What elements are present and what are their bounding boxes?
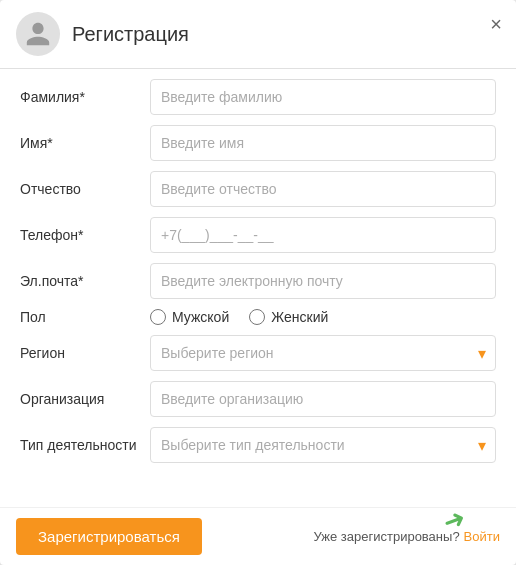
female-radio-label[interactable]: Женский [249, 309, 328, 325]
male-radio[interactable] [150, 309, 166, 325]
male-radio-label[interactable]: Мужской [150, 309, 229, 325]
first-name-row: Имя* [20, 125, 496, 161]
gender-radio-group: Мужской Женский [150, 309, 496, 325]
gender-label: Пол [20, 309, 150, 325]
registration-modal: Регистрация × Фамилия* Имя* Отчество Тел… [0, 0, 516, 565]
activity-type-row: Тип деятельности Выберите тип деятельнос… [20, 427, 496, 463]
register-button[interactable]: Зарегистрироваться [16, 518, 202, 555]
login-link[interactable]: Войти [464, 529, 500, 544]
close-button[interactable]: × [490, 14, 502, 34]
last-name-input[interactable] [150, 79, 496, 115]
organization-row: Организация [20, 381, 496, 417]
organization-input[interactable] [150, 381, 496, 417]
gender-row: Пол Мужской Женский [20, 309, 496, 325]
phone-input[interactable] [150, 217, 496, 253]
email-input[interactable] [150, 263, 496, 299]
email-row: Эл.почта* [20, 263, 496, 299]
male-radio-text: Мужской [172, 309, 229, 325]
user-icon [24, 20, 52, 48]
phone-row: Телефон* [20, 217, 496, 253]
first-name-label: Имя* [20, 135, 150, 151]
middle-name-input[interactable] [150, 171, 496, 207]
region-select[interactable]: Выберите регион [150, 335, 496, 371]
phone-label: Телефон* [20, 227, 150, 243]
region-label: Регион [20, 345, 150, 361]
modal-footer: Зарегистрироваться ➜ ➜ Уже зарегистриров… [0, 507, 516, 565]
email-label: Эл.почта* [20, 273, 150, 289]
organization-label: Организация [20, 391, 150, 407]
middle-name-label: Отчество [20, 181, 150, 197]
already-registered-text: Уже зарегистрированы? [313, 529, 459, 544]
modal-header: Регистрация × [0, 0, 516, 69]
activity-type-select-wrapper: Выберите тип деятельности ▾ [150, 427, 496, 463]
last-name-row: Фамилия* [20, 79, 496, 115]
last-name-label: Фамилия* [20, 89, 150, 105]
region-row: Регион Выберите регион ▾ [20, 335, 496, 371]
middle-name-row: Отчество [20, 171, 496, 207]
female-radio[interactable] [249, 309, 265, 325]
female-radio-text: Женский [271, 309, 328, 325]
modal-body: Фамилия* Имя* Отчество Телефон* Эл.почта… [0, 69, 516, 507]
first-name-input[interactable] [150, 125, 496, 161]
activity-type-select[interactable]: Выберите тип деятельности [150, 427, 496, 463]
modal-title: Регистрация [72, 23, 189, 46]
region-select-wrapper: Выберите регион ▾ [150, 335, 496, 371]
activity-type-label: Тип деятельности [20, 437, 150, 453]
avatar [16, 12, 60, 56]
